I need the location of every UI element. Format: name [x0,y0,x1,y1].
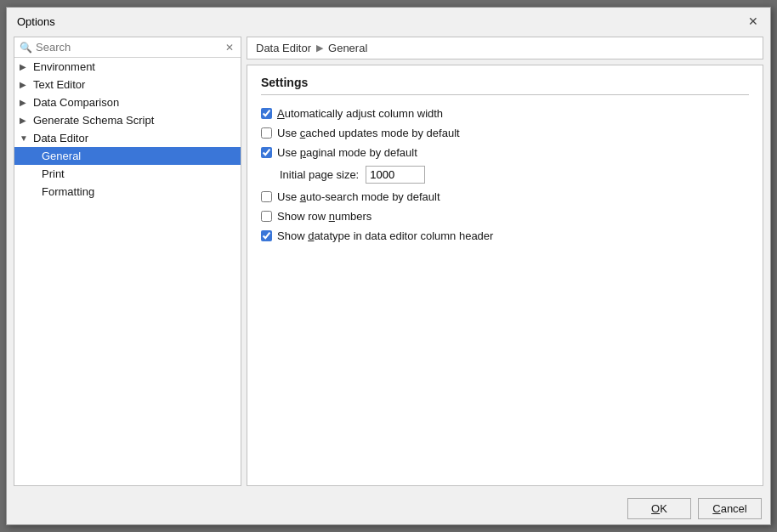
checkbox-show-datatype[interactable] [261,230,272,241]
cancel-button[interactable]: Cancel [698,498,762,519]
dialog-title: Options [17,15,55,28]
sidebar-label-text-editor: Text Editor [33,78,235,91]
checkbox-cached-updates[interactable] [261,127,272,139]
label-cached-updates[interactable]: Use cached updates mode by default [277,127,460,139]
search-input[interactable] [36,41,220,54]
ok-button[interactable]: OK [627,498,691,519]
breadcrumb-parent: Data Editor [256,42,311,54]
sidebar-item-print[interactable]: Print [14,165,241,183]
checkbox-auto-search[interactable] [261,191,272,202]
page-size-row: Initial page size: [261,162,749,187]
search-icon: 🔍 [20,42,32,54]
sidebar-label-environment: Environment [33,60,235,73]
sidebar-label-data-editor: Data Editor [33,132,235,144]
page-size-input[interactable] [366,166,425,184]
label-paginal-mode[interactable]: Use paginal mode by default [277,146,417,159]
label-show-row-numbers[interactable]: Show row numbers [277,210,371,223]
search-clear-button[interactable]: ✕ [224,42,235,54]
setting-row-row-numbers: Show row numbers [261,207,749,226]
sidebar-label-data-comparison: Data Comparison [33,96,235,109]
setting-row-show-datatype: Show datatype in data editor column head… [261,226,749,246]
search-box: 🔍 ✕ [14,37,241,58]
sidebar-label-generate-schema-script: Generate Schema Script [33,114,235,127]
sidebar-item-formatting[interactable]: Formatting [14,183,241,201]
label-show-datatype[interactable]: Show datatype in data editor column head… [277,229,493,242]
close-button[interactable]: ✕ [746,14,760,28]
page-size-label: Initial page size: [280,168,359,181]
sidebar-label-formatting: Formatting [42,185,235,198]
breadcrumb: Data Editor ▶ General [247,37,763,59]
options-dialog: Options ✕ 🔍 ✕ ▶ Environment ▶ Text Edito… [6,7,771,525]
expand-arrow-generate-schema-script: ▶ [20,116,33,125]
settings-panel: Settings Automatically adjust column wid… [247,65,763,486]
setting-row-auto-search: Use auto-search mode by default [261,187,749,207]
sidebar: 🔍 ✕ ▶ Environment ▶ Text Editor ▶ Data C… [14,37,241,486]
main-content: 🔍 ✕ ▶ Environment ▶ Text Editor ▶ Data C… [7,33,770,493]
setting-row-paginal-mode: Use paginal mode by default [261,143,749,162]
expand-arrow-text-editor: ▶ [20,80,33,89]
setting-row-auto-adjust: Automatically adjust column width [261,104,749,123]
breadcrumb-arrow: ▶ [316,42,323,54]
expand-arrow-data-comparison: ▶ [20,98,33,107]
label-auto-adjust[interactable]: Automatically adjust column width [277,107,443,120]
setting-row-cached-updates: Use cached updates mode by default [261,123,749,143]
sidebar-label-general: General [42,150,235,162]
title-bar: Options ✕ [7,8,770,33]
label-auto-search[interactable]: Use auto-search mode by default [277,190,440,203]
settings-title: Settings [261,76,749,95]
checkbox-show-row-numbers[interactable] [261,211,272,222]
sidebar-item-generate-schema-script[interactable]: ▶ Generate Schema Script [14,111,241,129]
checkbox-paginal-mode[interactable] [261,147,272,158]
sidebar-item-general[interactable]: General [14,147,241,165]
sidebar-label-print: Print [42,167,235,180]
expand-arrow-data-editor: ▼ [20,133,33,143]
right-panel: Data Editor ▶ General Settings Automatic… [247,37,763,486]
footer: OK Cancel [7,493,770,524]
sidebar-item-data-comparison[interactable]: ▶ Data Comparison [14,93,241,111]
expand-arrow-environment: ▶ [20,62,33,71]
sidebar-item-environment[interactable]: ▶ Environment [14,58,241,76]
sidebar-item-data-editor[interactable]: ▼ Data Editor [14,129,241,147]
checkbox-auto-adjust[interactable] [261,108,272,119]
breadcrumb-current: General [328,42,367,54]
sidebar-item-text-editor[interactable]: ▶ Text Editor [14,76,241,93]
